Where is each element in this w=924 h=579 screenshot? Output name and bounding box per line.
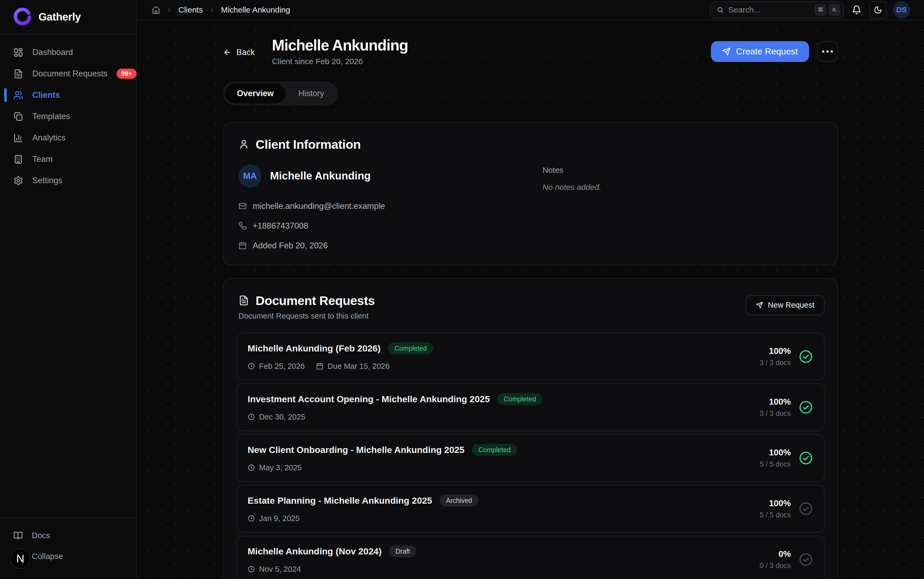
request-title: Michelle Ankunding (Feb 2026) [248,343,381,353]
user-avatar[interactable]: DS [893,1,910,18]
status-badge: Archived [440,495,478,507]
sidebar-item-label: Templates [32,112,70,121]
status-badge: Completed [497,393,542,405]
search-shortcut: ⌘K [815,4,840,15]
email-row: michelle.ankunding@client.example [238,201,519,211]
sidebar-item[interactable]: Team [0,149,136,170]
sidebar-footer: Docs Collapse [0,518,136,579]
search-box[interactable]: ⌘K [710,2,844,18]
breadcrumb-item[interactable]: Clients [178,5,203,15]
user-icon [238,139,249,150]
back-label: Back [236,47,255,57]
sidebar-item-label: Analytics [32,133,66,142]
check-circle-icon [798,451,813,466]
sidebar: Gatherly Dashboard Document Requests 99+… [0,0,137,579]
arrow-left-icon [223,48,231,57]
sidebar-item[interactable]: Templates [0,106,136,127]
clock-icon [248,464,255,471]
sidebar-item-label: Team [32,154,53,164]
check-circle-icon [798,501,813,516]
document-requests-heading: Document Requests Document Requests sent… [236,293,375,321]
file-text-icon [238,295,249,306]
request-title: Michelle Ankunding (Nov 2024) [248,546,382,556]
notifications-button[interactable] [850,3,863,16]
create-request-label: Create Request [736,46,798,57]
status-badge: Completed [388,342,433,354]
request-row[interactable]: New Client Onboarding - Michelle Ankundi… [236,434,824,482]
new-request-button[interactable]: New Request [746,295,824,315]
added-row: Added Feb 20, 2026 [238,241,519,250]
building-icon [13,154,23,164]
phone-row: +18867437008 [238,221,519,231]
check-circle-icon [798,552,813,567]
chevron-right-icon [209,7,215,13]
notes-column: Notes No notes added. [542,165,822,250]
sidebar-item[interactable]: Clients [0,84,136,106]
progress-percent: 100% [769,498,791,508]
sidebar-footer-label: Collapse [32,552,63,561]
clock-icon [248,362,255,370]
file-text-icon [13,69,23,79]
ellipsis-icon [822,51,824,52]
theme-toggle-button[interactable] [870,1,886,18]
created-date: Feb 25, 2026 [248,362,305,371]
sidebar-item[interactable]: Analytics [0,127,136,149]
dashboard-icon [13,47,23,57]
gear-icon [13,176,23,186]
sidebar-nav: Dashboard Document Requests 99+ Clients … [0,34,136,191]
request-row[interactable]: Investment Account Opening - Michelle An… [236,383,824,431]
request-title: Investment Account Opening - Michelle An… [248,394,490,404]
created-date: Dec 30, 2025 [248,413,305,422]
check-circle-icon [798,349,813,364]
tab[interactable]: History [287,83,336,103]
sidebar-item[interactable]: Settings [0,170,136,191]
calendar-icon [238,241,247,250]
notes-label: Notes [542,165,822,175]
due-date: Due Mar 15, 2026 [316,362,389,371]
main-area: Back Michelle Ankunding Client since Feb… [137,20,924,579]
header-actions: Create Request [711,41,838,62]
progress-percent: 100% [769,448,791,458]
breadcrumb-item[interactable]: Michelle Ankunding [221,5,290,15]
sidebar-item[interactable]: Dashboard [0,42,136,63]
client-identity: MA Michelle Ankunding [238,165,519,188]
active-indicator [4,88,7,102]
home-icon[interactable] [152,6,160,14]
sidebar-item-label: Clients [32,90,60,100]
calendar-icon [316,362,323,370]
client-added-date: Added Feb 20, 2026 [253,241,328,250]
search-input[interactable] [728,5,811,15]
dev-tools-badge[interactable]: N [10,548,31,569]
moon-icon [874,6,882,14]
back-button[interactable]: Back [223,47,255,57]
sidebar-footer-label: Docs [32,531,50,540]
page-container: Back Michelle Ankunding Client since Feb… [223,20,838,579]
page-header: Back Michelle Ankunding Client since Feb… [223,37,838,66]
create-request-button[interactable]: Create Request [711,41,809,62]
brand[interactable]: Gatherly [0,0,136,34]
breadcrumb-items: ClientsMichelle Ankunding [166,5,290,15]
bar-chart-icon [13,133,23,143]
client-details-column: MA Michelle Ankunding michelle.ankunding… [238,165,519,250]
phone-icon [238,222,247,230]
breadcrumb: ClientsMichelle Ankunding [152,5,290,15]
count-badge: 99+ [117,69,136,79]
request-row[interactable]: Estate Planning - Michelle Ankunding 202… [236,485,824,533]
document-requests-card: Document Requests Document Requests sent… [223,278,838,579]
sidebar-item[interactable]: Document Requests 99+ [0,63,136,84]
more-actions-button[interactable] [817,41,838,62]
request-row[interactable]: Michelle Ankunding (Nov 2024) Draft [236,536,824,579]
shortcut-key: K [829,4,840,15]
brand-name: Gatherly [38,11,81,23]
client-name: Michelle Ankunding [270,170,371,182]
send-icon [722,47,731,56]
sidebar-footer-item[interactable]: Docs [0,525,136,546]
request-row[interactable]: Michelle Ankunding (Feb 2026) Completed [236,333,824,380]
docs-count: 5 / 5 docs [760,460,791,468]
request-title: New Client Onboarding - Michelle Ankundi… [248,445,464,455]
progress-percent: 0% [778,549,791,559]
clock-icon [248,413,255,420]
document-requests-subtitle: Document Requests sent to this client [238,312,375,321]
tab[interactable]: Overview [225,83,286,103]
client-phone: +18867437008 [253,221,308,231]
